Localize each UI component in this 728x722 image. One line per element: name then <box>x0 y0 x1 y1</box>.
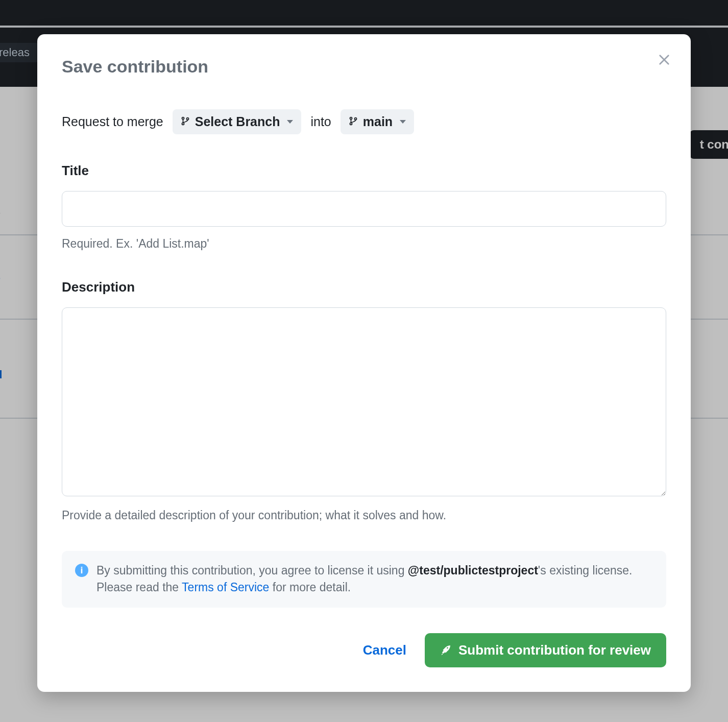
license-notice-text: By submitting this contribution, you agr… <box>96 562 653 596</box>
close-button[interactable] <box>655 51 673 69</box>
submit-button[interactable]: Submit contribution for review <box>425 633 666 667</box>
svg-point-2 <box>186 118 188 120</box>
merge-prefix-label: Request to merge <box>62 114 163 129</box>
target-branch-select[interactable]: main <box>341 109 414 134</box>
chevron-down-icon <box>400 120 406 124</box>
git-branch-icon <box>349 114 358 129</box>
source-branch-label: Select Branch <box>195 114 280 129</box>
description-label: Description <box>62 279 666 295</box>
svg-point-5 <box>354 118 356 120</box>
project-handle: @test/publictestproject <box>408 564 538 577</box>
title-input[interactable] <box>62 191 666 227</box>
chevron-down-icon <box>287 120 293 124</box>
cancel-button[interactable]: Cancel <box>363 642 406 658</box>
title-helper: Required. Ex. 'Add List.map' <box>62 237 666 251</box>
merge-mid-label: into <box>310 114 331 129</box>
source-branch-select[interactable]: Select Branch <box>173 109 302 134</box>
title-label: Title <box>62 163 666 179</box>
svg-point-0 <box>182 117 184 119</box>
info-icon: i <box>75 564 88 577</box>
description-input[interactable] <box>62 307 666 496</box>
rocket-icon <box>440 644 451 656</box>
modal-title: Save contribution <box>62 57 666 77</box>
git-branch-icon <box>181 114 190 129</box>
license-notice: i By submitting this contribution, you a… <box>62 551 666 608</box>
terms-link[interactable]: Terms of Service <box>182 581 269 594</box>
target-branch-label: main <box>363 114 393 129</box>
merge-row: Request to merge Select Branch into main <box>62 109 666 134</box>
close-icon <box>659 54 670 65</box>
svg-point-3 <box>350 117 352 119</box>
save-contribution-modal: Save contribution Request to merge Selec… <box>37 34 691 692</box>
description-helper: Provide a detailed description of your c… <box>62 509 666 522</box>
svg-point-1 <box>182 123 184 125</box>
modal-actions: Cancel Submit contribution for review <box>62 633 666 667</box>
svg-point-4 <box>350 123 352 125</box>
